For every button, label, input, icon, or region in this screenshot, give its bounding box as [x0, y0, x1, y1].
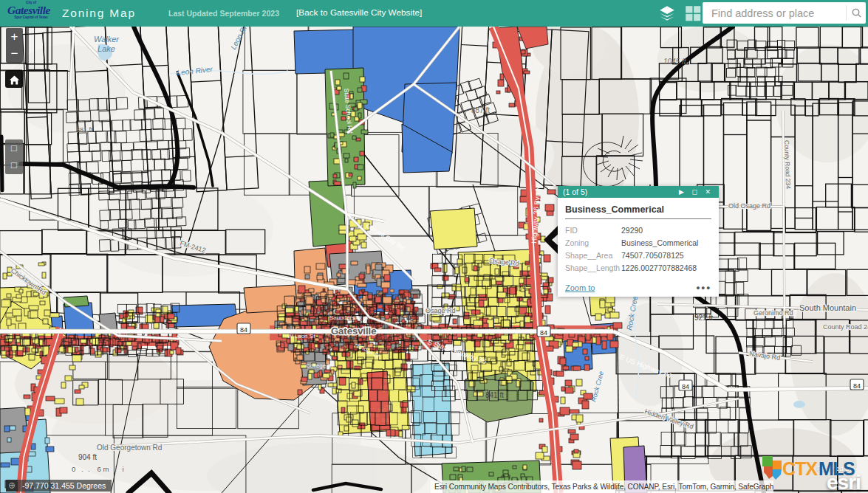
svg-text:84: 84 [682, 383, 689, 390]
svg-text:Gatesville: Gatesville [331, 325, 376, 337]
svg-text:84: 84 [853, 382, 861, 390]
svg-text:Walker: Walker [94, 35, 120, 44]
svg-text:Lake: Lake [98, 44, 115, 53]
svg-text:Old Osage Rd: Old Osage Rd [728, 202, 770, 210]
svg-text:84: 84 [240, 326, 247, 334]
svg-text:Osage Rd: Osage Rd [426, 307, 456, 314]
svg-text:Old Georgetown Rd: Old Georgetown Rd [97, 444, 162, 452]
svg-text:1045 ft: 1045 ft [663, 58, 687, 66]
svg-text:College St: College St [306, 362, 334, 369]
svg-text:921 ft: 921 ft [694, 314, 713, 322]
svg-text:841 ft: 841 ft [485, 391, 504, 399]
svg-text:904 ft: 904 ft [78, 453, 97, 461]
svg-text:County Road 24: County Road 24 [823, 323, 868, 331]
svg-text:Geronimo Rd: Geronimo Rd [753, 309, 793, 317]
svg-text:Saunders St: Saunders St [329, 314, 363, 321]
svg-text:881 ft: 881 ft [76, 126, 93, 134]
svg-text:W Leon St: W Leon St [287, 333, 315, 339]
svg-text:CTX: CTX [782, 458, 818, 479]
svg-text:South Mountain: South Mountain [799, 303, 856, 312]
svg-text:MLS: MLS [819, 458, 855, 479]
svg-text:887 ft: 887 ft [471, 106, 490, 114]
svg-text:84: 84 [540, 329, 547, 337]
